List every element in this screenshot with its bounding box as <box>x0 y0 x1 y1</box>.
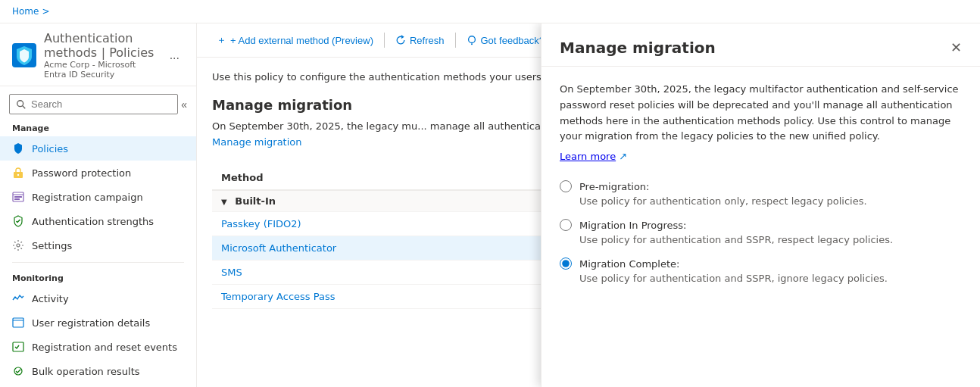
page-title: Authentication methods | Policies <box>44 31 158 60</box>
app-icon <box>12 43 36 67</box>
learn-more-panel: Learn more ↗ <box>560 151 962 162</box>
migration-in-progress-desc: Use policy for authentication and SSPR, … <box>560 234 962 245</box>
policies-icon <box>12 142 24 154</box>
add-icon: ＋ <box>217 33 226 47</box>
collapse-button[interactable]: « <box>181 98 187 111</box>
migration-in-progress-radio[interactable] <box>560 219 572 231</box>
title-separator: | <box>101 45 109 60</box>
svg-rect-8 <box>14 198 20 200</box>
sidebar-item-auth-strengths-label: Authentication strengths <box>32 216 154 227</box>
svg-point-15 <box>470 43 472 45</box>
sidebar-item-user-registration[interactable]: User registration details <box>0 311 196 335</box>
org-subtitle: Acme Corp - Microsoft Entra ID Security <box>44 60 158 80</box>
user-registration-icon <box>12 317 24 329</box>
migration-complete-desc: Use policy for authentication and SSPR, … <box>560 273 962 284</box>
manage-section-label: Manage <box>0 117 196 136</box>
feedback-button[interactable]: Got feedback? <box>459 31 553 50</box>
sidebar-item-authentication-strengths[interactable]: Authentication strengths <box>0 209 196 233</box>
external-link-icon: ↗ <box>619 151 627 162</box>
sms-link[interactable]: SMS <box>221 267 242 278</box>
search-icon <box>16 99 27 110</box>
svg-rect-10 <box>13 318 23 327</box>
monitoring-section-label: Monitoring <box>0 267 196 286</box>
migration-complete-label[interactable]: Migration Complete: <box>560 257 962 270</box>
pre-migration-radio[interactable] <box>560 180 572 192</box>
pre-migration-label[interactable]: Pre-migration: <box>560 180 962 192</box>
sidebar-item-user-registration-label: User registration details <box>32 317 150 329</box>
sidebar-item-password-protection[interactable]: Password protection <box>0 161 196 185</box>
breadcrumb-home[interactable]: Home <box>12 6 39 17</box>
registration-reset-icon <box>12 341 24 353</box>
toolbar-separator-1 <box>384 33 385 48</box>
panel-description: On September 30th, 2025, the legacy mult… <box>560 82 962 145</box>
manage-migration-panel: Manage migration ✕ On September 30th, 20… <box>541 23 980 387</box>
more-options-button[interactable]: ... <box>165 47 184 64</box>
auth-strengths-icon <box>12 215 24 227</box>
password-protection-icon <box>12 167 24 179</box>
tap-link[interactable]: Temporary Access Pass <box>221 291 335 302</box>
add-external-method-button[interactable]: ＋ + Add external method (Preview) <box>209 30 381 51</box>
migration-in-progress-label-text: Migration In Progress: <box>579 220 687 231</box>
sidebar-item-password-protection-label: Password protection <box>32 167 131 179</box>
sidebar: Authentication methods | Policies Acme C… <box>0 23 197 387</box>
breadcrumb-separator: > <box>42 6 49 17</box>
sidebar-item-registration-reset[interactable]: Registration and reset events <box>0 335 196 359</box>
sidebar-item-settings-label: Settings <box>32 240 72 251</box>
feedback-icon <box>467 35 477 45</box>
panel-learn-more-link[interactable]: Learn more <box>560 151 616 162</box>
sidebar-item-registration-campaign-label: Registration campaign <box>32 192 143 203</box>
panel-body: On September 30th, 2025, the legacy mult… <box>541 67 980 299</box>
refresh-button[interactable]: Refresh <box>388 31 452 50</box>
svg-point-4 <box>17 174 19 176</box>
migration-options: Pre-migration: Use policy for authentica… <box>560 180 962 284</box>
sidebar-item-bulk-operation-label: Bulk operation results <box>32 366 140 377</box>
sidebar-item-activity-label: Activity <box>32 293 69 304</box>
bulk-operation-icon <box>12 365 24 377</box>
migration-in-progress-option: Migration In Progress: Use policy for au… <box>560 219 962 245</box>
sidebar-item-policies-label: Policies <box>32 143 68 154</box>
page-header: Authentication methods | Policies Acme C… <box>0 23 196 86</box>
nav-divider <box>12 262 184 263</box>
breadcrumb: Home > <box>0 0 980 23</box>
passkey-link[interactable]: Passkey (FIDO2) <box>221 218 301 229</box>
registration-campaign-icon <box>12 191 24 203</box>
sidebar-item-registration-reset-label: Registration and reset events <box>32 342 177 353</box>
manage-migration-link[interactable]: Manage migration <box>212 136 302 148</box>
svg-point-13 <box>14 367 22 375</box>
settings-icon <box>12 239 24 251</box>
search-container <box>9 94 178 114</box>
chevron-down-icon: ▼ <box>221 198 227 206</box>
panel-close-button[interactable]: ✕ <box>950 39 962 56</box>
migration-complete-label-text: Migration Complete: <box>579 258 679 270</box>
activity-icon <box>12 292 24 304</box>
svg-rect-7 <box>14 196 22 198</box>
sidebar-item-policies[interactable]: Policies <box>0 136 196 161</box>
pre-migration-option: Pre-migration: Use policy for authentica… <box>560 180 962 207</box>
migration-complete-radio[interactable] <box>560 257 572 270</box>
pre-migration-label-text: Pre-migration: <box>579 181 649 192</box>
panel-header: Manage migration ✕ <box>541 23 980 67</box>
toolbar-separator-2 <box>455 33 456 48</box>
sidebar-item-settings[interactable]: Settings <box>0 233 196 257</box>
migration-complete-option: Migration Complete: Use policy for authe… <box>560 257 962 284</box>
svg-point-1 <box>17 100 23 106</box>
refresh-icon <box>395 35 406 45</box>
search-input[interactable] <box>31 98 171 110</box>
migration-in-progress-label[interactable]: Migration In Progress: <box>560 219 962 231</box>
svg-point-9 <box>17 244 20 247</box>
pre-migration-desc: Use policy for authentication only, resp… <box>560 195 962 207</box>
main-content: ＋ + Add external method (Preview) Refres… <box>197 23 980 387</box>
sidebar-item-bulk-operation[interactable]: Bulk operation results <box>0 359 196 383</box>
svg-point-14 <box>468 36 475 43</box>
authenticator-link[interactable]: Microsoft Authenticator <box>221 242 336 254</box>
panel-title: Manage migration <box>560 39 716 57</box>
svg-line-2 <box>23 105 26 108</box>
col-method: Method <box>212 166 577 190</box>
sidebar-item-activity[interactable]: Activity <box>0 286 196 311</box>
sidebar-item-registration-campaign[interactable]: Registration campaign <box>0 185 196 209</box>
